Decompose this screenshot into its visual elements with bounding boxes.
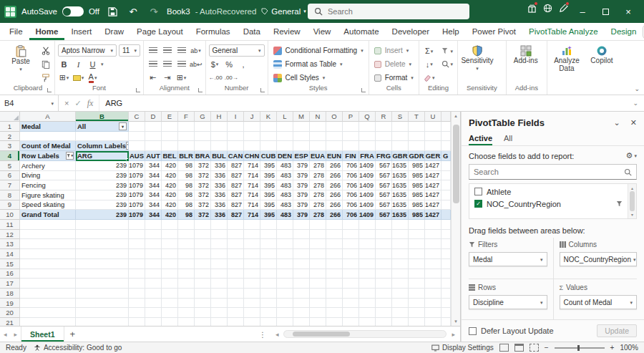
cell-M5[interactable]: 379	[293, 161, 310, 171]
font-name-combo[interactable]: Aptos Narrow▾	[58, 44, 117, 57]
horizontal-scrollbar[interactable]	[283, 330, 447, 338]
cell-I3[interactable]	[228, 141, 244, 151]
cell-P11[interactable]	[343, 220, 359, 230]
cell-E20[interactable]	[162, 308, 178, 318]
cell-partial15[interactable]	[441, 259, 451, 269]
percent-style-button[interactable]: %	[223, 59, 235, 70]
cell-L8[interactable]: 483	[277, 190, 293, 200]
name-box[interactable]: B4▾	[0, 95, 59, 111]
cell-P3[interactable]	[343, 141, 359, 151]
cell-T19[interactable]	[409, 299, 425, 309]
tab-automate[interactable]: Automate	[337, 23, 385, 40]
cell-T17[interactable]	[409, 279, 425, 289]
zoom-slider-thumb[interactable]	[577, 345, 580, 351]
cell-E7[interactable]: 420	[162, 180, 178, 190]
cell-J20[interactable]	[244, 308, 260, 318]
cell-S9[interactable]: 1635	[392, 200, 409, 211]
accounting-format-button[interactable]: $▾	[209, 59, 221, 70]
cell-T13[interactable]	[409, 239, 425, 249]
cell-C19[interactable]	[129, 299, 145, 309]
cell-M11[interactable]	[293, 220, 310, 230]
col-header-H[interactable]: H	[211, 112, 228, 122]
cell-J18[interactable]	[244, 289, 260, 299]
pane-close-icon[interactable]: ✕	[630, 118, 637, 127]
cell-F14[interactable]	[178, 249, 195, 259]
promotions-icon[interactable]	[524, 0, 540, 16]
cell-O1[interactable]	[326, 122, 343, 132]
cell-N20[interactable]	[310, 308, 326, 318]
cell-F21[interactable]	[178, 318, 195, 326]
cell-L4[interactable]: DEN	[277, 151, 293, 161]
cell-M12[interactable]	[293, 230, 310, 240]
conditional-formatting-button[interactable]: Conditional Formatting▾	[271, 44, 366, 57]
cell-I10[interactable]: 827	[228, 210, 244, 220]
cell-O15[interactable]	[326, 259, 343, 269]
cell-A18[interactable]	[20, 289, 76, 299]
cell-R8[interactable]: 567	[376, 190, 392, 200]
cell-R13[interactable]	[376, 239, 392, 249]
cell-U4[interactable]: GER	[425, 151, 441, 161]
tab-page-layout[interactable]: Page Layout	[130, 23, 190, 40]
alignment-dialog-launcher[interactable]	[198, 88, 203, 92]
cell-J13[interactable]	[244, 239, 260, 249]
cell-Q20[interactable]	[359, 308, 376, 318]
row-header-15[interactable]: 15	[0, 259, 20, 269]
page-layout-view-icon[interactable]	[514, 344, 524, 352]
cell-M8[interactable]: 379	[293, 190, 310, 200]
cell-A16[interactable]	[20, 269, 76, 279]
cell-F18[interactable]	[178, 289, 195, 299]
cell-A7[interactable]: Fencing	[20, 180, 76, 190]
cell-K21[interactable]	[260, 318, 277, 326]
cell-B19[interactable]	[76, 299, 129, 309]
cell-O8[interactable]: 266	[326, 190, 343, 200]
cell-M18[interactable]	[293, 289, 310, 299]
cell-partial13[interactable]	[441, 239, 451, 249]
cell-A17[interactable]	[20, 279, 76, 289]
cell-G13[interactable]	[195, 239, 211, 249]
cell-S7[interactable]: 1635	[392, 180, 409, 190]
cell-Q15[interactable]	[359, 259, 376, 269]
cell-M17[interactable]	[293, 279, 310, 289]
row-header-20[interactable]: 20	[0, 308, 20, 318]
cell-Q1[interactable]	[359, 122, 376, 132]
cell-F3[interactable]	[178, 141, 195, 151]
cell-M7[interactable]: 379	[293, 180, 310, 190]
cell-C11[interactable]	[129, 220, 145, 230]
cell-M16[interactable]	[293, 269, 310, 279]
cell-U1[interactable]	[425, 122, 441, 132]
cell-C9[interactable]: 1079	[129, 200, 145, 211]
page-break-view-icon[interactable]	[530, 344, 539, 352]
cell-S5[interactable]: 1635	[392, 161, 409, 171]
cell-E13[interactable]	[162, 239, 178, 249]
cell-U13[interactable]	[425, 239, 441, 249]
cell-R16[interactable]	[376, 269, 392, 279]
cell-I5[interactable]: 827	[228, 161, 244, 171]
cell-H4[interactable]: BUL	[211, 151, 228, 161]
cell-G15[interactable]	[195, 259, 211, 269]
cell-T12[interactable]	[409, 230, 425, 240]
cell-R6[interactable]: 567	[376, 171, 392, 181]
cell-U9[interactable]: 1427	[425, 200, 441, 211]
cell-J3[interactable]	[244, 141, 260, 151]
cell-C18[interactable]	[129, 289, 145, 299]
cell-U18[interactable]	[425, 289, 441, 299]
sheet-nav-left-icon[interactable]: ◂	[0, 331, 11, 338]
cell-H5[interactable]: 336	[211, 161, 228, 171]
cell-T11[interactable]	[409, 220, 425, 230]
cell-A15[interactable]	[20, 259, 76, 269]
cell-F12[interactable]	[178, 230, 195, 240]
col-header-partial[interactable]	[441, 112, 451, 122]
cell-D14[interactable]	[145, 249, 162, 259]
cell-A14[interactable]	[20, 249, 76, 259]
cell-R1[interactable]	[376, 122, 392, 132]
cell-R11[interactable]	[376, 220, 392, 230]
cell-L14[interactable]	[277, 249, 293, 259]
cell-M2[interactable]	[293, 132, 310, 142]
cell-J12[interactable]	[244, 230, 260, 240]
cell-G5[interactable]: 372	[195, 161, 211, 171]
cell-J7[interactable]: 714	[244, 180, 260, 190]
cell-J4[interactable]: CHN	[244, 151, 260, 161]
scroll-up-icon[interactable]: ▴	[454, 113, 457, 119]
cell-A20[interactable]	[20, 308, 76, 318]
col-header-I[interactable]: I	[228, 112, 244, 122]
